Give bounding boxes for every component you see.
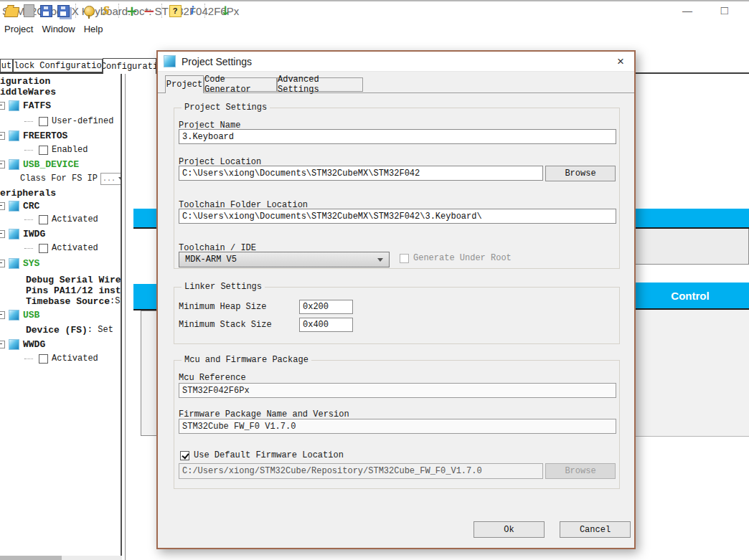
tree-connector bbox=[24, 150, 33, 151]
button-label: Ok bbox=[504, 525, 514, 535]
dialog-tab-project[interactable]: Project bbox=[165, 75, 204, 93]
cube-icon bbox=[9, 201, 19, 212]
activated-checkbox[interactable] bbox=[39, 354, 48, 364]
expander-icon[interactable] bbox=[0, 260, 5, 267]
toolchain-folder-input[interactable] bbox=[179, 209, 616, 224]
enabled-checkbox[interactable] bbox=[39, 146, 48, 155]
expander-icon[interactable] bbox=[0, 230, 5, 238]
help-button[interactable]: ? bbox=[166, 2, 184, 19]
scrollbar-thumb[interactable] bbox=[0, 556, 62, 560]
script-button[interactable]: S bbox=[98, 2, 115, 19]
menu-help[interactable]: Help bbox=[80, 22, 108, 36]
download-button[interactable]: ↓ bbox=[217, 2, 234, 19]
save-as-button[interactable] bbox=[55, 2, 72, 19]
firmware-location-field: C:/Users/xiong/STM32Cube/Repository/STM3… bbox=[179, 463, 543, 479]
checkbox-label: Enabled bbox=[52, 145, 88, 155]
tree-item-fatfs-user-defined[interactable]: User-defined bbox=[24, 115, 113, 128]
maximize-button[interactable]: □ bbox=[715, 4, 735, 18]
open-folder-icon bbox=[4, 7, 19, 17]
expander-icon[interactable] bbox=[0, 202, 5, 210]
node-label: CRC bbox=[23, 201, 39, 212]
config-groupbox-right bbox=[631, 229, 749, 265]
tree-item-sys-timebase[interactable]: Timebase Source:SysTi bbox=[26, 295, 122, 308]
tree-item-iwdg-activated[interactable]: Activated bbox=[24, 242, 98, 255]
activated-checkbox[interactable] bbox=[39, 244, 48, 253]
script-icon: S bbox=[103, 4, 110, 17]
class-for-fs-ip-select[interactable]: ... bbox=[100, 173, 122, 185]
minimize-button[interactable]: — bbox=[677, 4, 697, 18]
toolchain-ide-select[interactable]: MDK-ARM V5 bbox=[179, 252, 390, 267]
info-icon: i bbox=[191, 4, 194, 17]
save-icon bbox=[40, 5, 52, 17]
checkbox-label: User-defined bbox=[52, 116, 113, 126]
about-button[interactable]: i bbox=[184, 2, 201, 19]
peripheral-button-right[interactable] bbox=[631, 209, 749, 229]
plugin-button[interactable] bbox=[80, 2, 98, 19]
tree-item-usb-device[interactable]: USB_DEVICE bbox=[0, 158, 79, 171]
activated-checkbox[interactable] bbox=[39, 215, 48, 224]
new-project-button[interactable] bbox=[20, 2, 37, 19]
expander-icon[interactable] bbox=[0, 311, 5, 319]
kv-label: Device (FS) bbox=[26, 325, 88, 336]
expander-icon[interactable] bbox=[0, 341, 5, 348]
tree-item-crc-activated[interactable]: Activated bbox=[24, 213, 98, 226]
kv-label: Timebase Source bbox=[26, 296, 110, 307]
tree-item-freertos-enabled[interactable]: Enabled bbox=[24, 143, 88, 156]
tab-label: Advanced Settings bbox=[278, 75, 362, 95]
app-window: STM32CubeMX Keyboard.ioc*: STM32F042F6Px… bbox=[0, 0, 749, 560]
node-label: USB bbox=[23, 310, 39, 321]
kv-value: :SysTi bbox=[110, 296, 122, 306]
expander-icon[interactable] bbox=[0, 102, 5, 110]
tree-item-fatfs[interactable]: FATFS bbox=[0, 99, 51, 112]
cancel-button[interactable]: Cancel bbox=[560, 521, 631, 538]
tree-item-wwdg-activated[interactable]: Activated bbox=[24, 352, 98, 365]
cube-icon bbox=[9, 229, 19, 239]
tree-item-usb[interactable]: USB bbox=[0, 308, 39, 321]
menu-window[interactable]: Window bbox=[37, 22, 79, 36]
project-name-input[interactable] bbox=[179, 129, 616, 144]
expander-icon[interactable] bbox=[0, 132, 5, 140]
tab-configuration[interactable]: Configurati bbox=[103, 58, 156, 74]
firmware-location-browse-button: Browse bbox=[545, 463, 616, 479]
linker-settings-group: Linker Settings bbox=[174, 287, 620, 344]
use-default-firmware-checkbox[interactable] bbox=[180, 451, 189, 460]
menu-project[interactable]: Project bbox=[0, 22, 37, 36]
tree-item-freertos[interactable]: FREERTOS bbox=[0, 129, 67, 142]
tab-clock-configuration[interactable]: Clock Configuration bbox=[13, 59, 103, 72]
dialog-tab-advanced-settings[interactable]: Advanced Settings bbox=[277, 77, 363, 92]
generate-under-root-checkbox[interactable] bbox=[400, 254, 409, 263]
ok-button[interactable]: Ok bbox=[474, 521, 545, 538]
tab-pinout[interactable]: ut bbox=[0, 59, 13, 72]
cube-icon bbox=[9, 100, 19, 111]
expander-icon[interactable] bbox=[0, 161, 5, 169]
button-label: Browse bbox=[565, 169, 595, 179]
minus-icon: − bbox=[143, 2, 156, 19]
checkbox-label: Activated bbox=[52, 243, 98, 253]
min-stack-input[interactable] bbox=[299, 318, 353, 332]
tree-item-wwdg[interactable]: WWDG bbox=[0, 338, 45, 351]
kv-value: : Set bbox=[88, 325, 113, 335]
open-project-button[interactable] bbox=[3, 2, 20, 19]
tree-item-sys[interactable]: SYS bbox=[0, 257, 39, 270]
save-button[interactable] bbox=[37, 2, 55, 19]
download-arrow-icon: ↓ bbox=[220, 4, 230, 18]
select-value: ... bbox=[103, 175, 116, 183]
dialog-tab-code-generator[interactable]: Code Generator bbox=[204, 77, 277, 92]
project-location-input[interactable] bbox=[179, 166, 543, 181]
min-heap-input[interactable] bbox=[299, 300, 353, 314]
tree-item-usb-device-fs[interactable]: Device (FS): Set bbox=[26, 323, 113, 336]
tree-item-iwdg[interactable]: IWDG bbox=[0, 227, 45, 240]
section-label: eripherals bbox=[0, 188, 56, 199]
user-defined-checkbox[interactable] bbox=[39, 117, 48, 126]
config-panel-right bbox=[631, 310, 749, 437]
control-button[interactable]: Control bbox=[631, 283, 749, 310]
add-button[interactable]: + bbox=[123, 2, 141, 19]
tab-label: Clock Configuration bbox=[13, 61, 103, 71]
panel-divider bbox=[125, 74, 126, 560]
horizontal-scrollbar[interactable] bbox=[0, 556, 122, 560]
node-label: WWDG bbox=[23, 339, 45, 350]
project-location-browse-button[interactable]: Browse bbox=[545, 166, 616, 181]
remove-button[interactable]: − bbox=[141, 2, 158, 19]
tree-item-crc[interactable]: CRC bbox=[0, 199, 39, 212]
dialog-close-button[interactable]: × bbox=[613, 54, 628, 70]
